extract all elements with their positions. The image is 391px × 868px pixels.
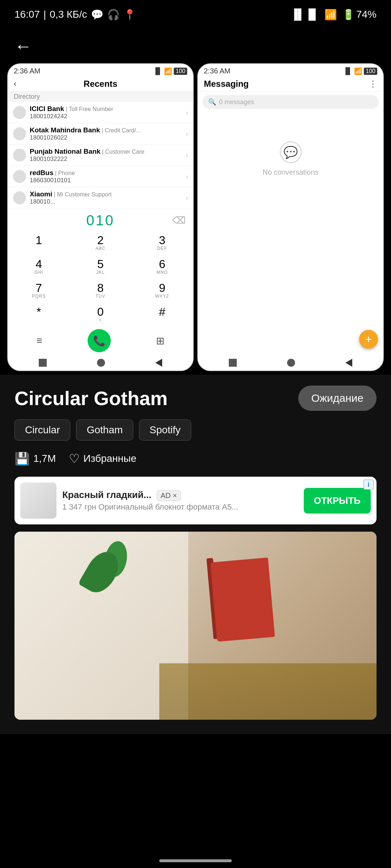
icici-tag-label: Toll Free Number — [69, 106, 113, 112]
phone1-back-nav-button[interactable] — [155, 359, 162, 367]
ad-badge[interactable]: AD × — [157, 490, 181, 501]
signal-icon: ▐▌▐▌ — [291, 9, 319, 20]
dialer-key-hash[interactable]: # — [131, 302, 193, 326]
contact-item-pnb[interactable]: Punjab National Bank | Customer Care 180… — [8, 145, 193, 166]
phone2-back-nav-button[interactable] — [345, 359, 352, 367]
phone1-home-button[interactable] — [97, 359, 105, 367]
phone1-back-button[interactable]: ‹ — [14, 79, 16, 89]
dialer-key-8[interactable]: 8 TUV — [70, 278, 131, 302]
icici-tag: | — [66, 106, 68, 112]
tag-spotify[interactable]: Spotify — [139, 420, 191, 441]
phone2-home-button[interactable] — [287, 359, 295, 367]
dialer-key-6[interactable]: 6 MNO — [131, 255, 193, 278]
ad-close-label: × — [173, 492, 177, 499]
icici-number: 18001024242 — [30, 113, 186, 120]
dialer-key-5[interactable]: 5 JKL — [70, 255, 131, 278]
speech-bubble-icon: 💬 — [280, 141, 302, 163]
call-button[interactable]: 📞 — [88, 329, 111, 352]
contact-item-redbus[interactable]: redBus | Phone 18603001‌0101 › — [8, 166, 193, 187]
phone1-wifi: 📶 — [164, 67, 172, 75]
ad-title-text: Красный гладкий... — [62, 489, 151, 500]
dialer-key-7[interactable]: 7 PQRS — [8, 278, 70, 302]
messaging-search-bar[interactable]: 🔍 0 messages — [202, 95, 379, 109]
status-network-speed: 0,3 КБ/с — [50, 9, 87, 20]
wifi-icon: 📶 — [324, 9, 337, 21]
app-title-row: Circular Gotham Ожидание — [14, 386, 377, 411]
redbus-name: redBus — [30, 169, 53, 176]
ad-thumbnail — [20, 482, 56, 519]
status-left: 16:07 | 0,3 КБ/с 💬 🎧 📍 — [14, 9, 136, 21]
dialer-key-2[interactable]: 2 ABC — [70, 231, 131, 255]
status-time: 16:07 — [14, 9, 40, 20]
dialer-key-1[interactable]: 1 — [8, 231, 70, 255]
messaging-menu-icon[interactable]: ⋮ — [369, 79, 377, 89]
phone1-topbar: 2:36 AM ▐▌ 📶 100 — [8, 64, 193, 77]
kotak-tag-label: Credit Card/... — [105, 127, 141, 133]
status-bar: 16:07 | 0,3 КБ/с 💬 🎧 📍 ▐▌▐▌ 📶 🔋74% — [0, 0, 391, 29]
battery-icon: 🔋74% — [342, 9, 377, 21]
contact-item-xiaomi[interactable]: Xiaomi | Mi Customer Support 180010... › — [8, 187, 193, 209]
ad-open-button[interactable]: ОТКРЫТЬ — [304, 488, 371, 514]
dialer-key-0[interactable]: 0 + — [70, 302, 131, 326]
heart-icon: ♡ — [69, 451, 80, 466]
ad-info: Красный гладкий... AD × 1 347 грн Оригин… — [62, 489, 298, 512]
contact-name-redbus: redBus | Phone — [30, 169, 186, 177]
status-right: ▐▌▐▌ 📶 🔋74% — [291, 9, 377, 21]
favorites-label: Избранные — [83, 453, 136, 464]
phone-frame-2: 2:36 AM ▐▌ 📶 100 Messaging ⋮ 🔍 0 message… — [197, 63, 384, 371]
download-count: 1,7M — [33, 453, 56, 464]
product-image — [14, 532, 377, 720]
contact-item-kotak[interactable]: Kotak Mahindra Bank | Credit Card/... 18… — [8, 123, 193, 145]
directory-label: Directory — [8, 92, 193, 102]
icici-chevron-icon: › — [186, 109, 188, 116]
search-placeholder: 0 messages — [219, 98, 254, 106]
new-message-fab[interactable]: + — [359, 330, 378, 349]
xiaomi-number: 180010... — [30, 198, 186, 205]
ad-label: AD — [161, 492, 171, 499]
phone1-square-button[interactable] — [39, 359, 47, 367]
ad-info-icon[interactable]: i — [363, 480, 374, 490]
tag-circular[interactable]: Circular — [14, 420, 70, 441]
phone2-square-button[interactable] — [229, 359, 237, 367]
favorites-stat[interactable]: ♡ Избранные — [69, 451, 136, 466]
search-icon: 🔍 — [208, 98, 216, 106]
contact-info-xiaomi: Xiaomi | Mi Customer Support 180010... — [30, 190, 186, 205]
kotak-chevron-icon: › — [186, 130, 188, 138]
contact-info-pnb: Punjab National Bank | Customer Care 180… — [30, 148, 186, 163]
contact-name-xiaomi: Xiaomi | Mi Customer Support — [30, 190, 186, 198]
dialer-number: 010 — [86, 212, 115, 229]
plus-icon: + — [365, 333, 372, 346]
redbus-number: 18603001‌0101 — [30, 177, 186, 184]
contact-name-icici: ICICI Bank | Toll Free Number — [30, 105, 186, 113]
contact-info-icici: ICICI Bank | Toll Free Number 1800102424… — [30, 105, 186, 120]
xiaomi-name: Xiaomi — [30, 190, 52, 198]
waiting-button[interactable]: Ожидание — [298, 386, 377, 411]
dialer-key-3[interactable]: 3 DEF — [131, 231, 193, 255]
dialer-key-4[interactable]: 4 GHI — [8, 255, 70, 278]
icici-name: ICICI Bank — [30, 105, 64, 112]
contact-name-kotak: Kotak Mahindra Bank | Credit Card/... — [30, 126, 186, 134]
wood-surface — [159, 663, 377, 720]
contacts-menu-icon[interactable]: ≡ — [37, 335, 42, 346]
pnb-name: Punjab National Bank — [30, 148, 100, 155]
dialer-key-star[interactable]: * — [8, 302, 70, 326]
contact-avatar-xiaomi — [13, 191, 26, 204]
redbus-chevron-icon: › — [186, 173, 188, 180]
backspace-icon[interactable]: ⌫ — [172, 215, 186, 226]
contact-list: ICICI Bank | Toll Free Number 1800102424… — [8, 102, 193, 209]
keypad-icon[interactable]: ⊞ — [156, 335, 164, 347]
dialer-key-9[interactable]: 9 WXYZ — [131, 278, 193, 302]
tag-gotham[interactable]: Gotham — [76, 420, 133, 441]
phone1-homebar — [8, 356, 193, 370]
back-button[interactable]: ← — [0, 29, 391, 60]
contact-info-kotak: Kotak Mahindra Bank | Credit Card/... 18… — [30, 126, 186, 141]
contact-avatar-pnb — [13, 149, 26, 162]
download-icon: 💾 — [14, 451, 30, 466]
ad-subtitle: 1 347 грн Оригинальный блокнот формата А… — [62, 502, 298, 512]
contact-item-icici[interactable]: ICICI Bank | Toll Free Number 1800102424… — [8, 102, 193, 123]
contact-info-redbus: redBus | Phone 18603001‌0101 — [30, 169, 186, 184]
home-indicator — [159, 859, 232, 862]
stats-row: 💾 1,7M ♡ Избранные — [14, 451, 377, 466]
redbus-sep: | — [55, 170, 58, 176]
whatsapp-icon: 💬 — [91, 9, 104, 21]
